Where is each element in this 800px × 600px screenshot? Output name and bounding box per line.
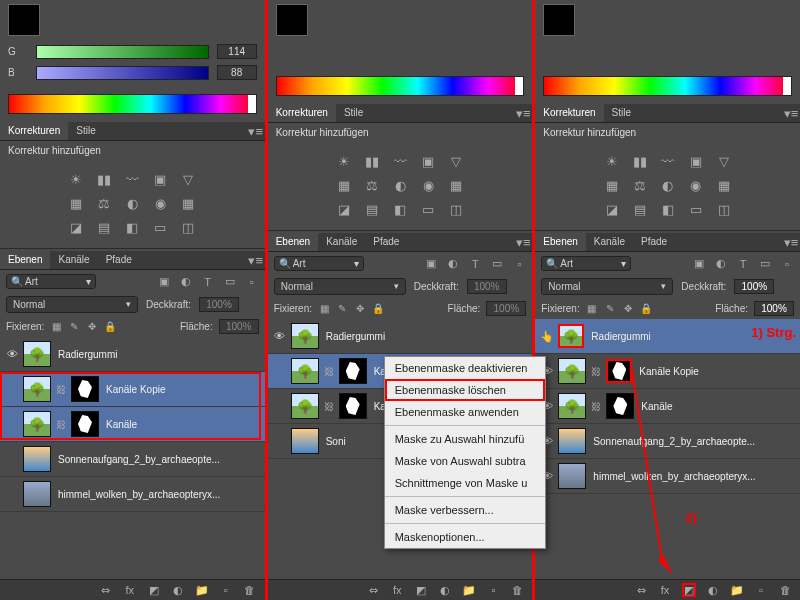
group-icon[interactable]: 📁	[195, 583, 209, 597]
filter-smart-icon[interactable]: ▫	[245, 275, 259, 289]
layer-row-sonnen[interactable]: Sonnenaufgang_2_by_archaeopte...	[0, 442, 265, 477]
lock-pixels-icon[interactable]: ▦	[50, 321, 62, 333]
photo-filter-icon[interactable]: ◉	[151, 194, 169, 212]
filter-shape-icon[interactable]: ▭	[758, 257, 772, 271]
fx-icon[interactable]: fx	[658, 583, 672, 597]
ctx-refine-mask[interactable]: Maske verbessern...	[385, 499, 545, 521]
trash-icon[interactable]: 🗑	[778, 583, 792, 597]
tab-korrekturen[interactable]: Korrekturen	[535, 104, 603, 122]
layers-menu-icon[interactable]: ▾≡	[247, 251, 265, 269]
lock-brush-icon[interactable]: ✎	[68, 321, 80, 333]
channel-mixer-icon[interactable]: ▦	[447, 176, 465, 194]
vibrance-icon[interactable]: ▽	[179, 170, 197, 188]
layer-thumb[interactable]	[23, 481, 51, 507]
link-layers-icon[interactable]: ⇔	[634, 583, 648, 597]
posterize-icon[interactable]: ▤	[363, 200, 381, 218]
tab-stile[interactable]: Stile	[336, 104, 371, 122]
mask-link-icon[interactable]: ⛓	[56, 419, 66, 430]
trash-icon[interactable]: 🗑	[243, 583, 257, 597]
layer-row-radiergummi[interactable]: 👆Radiergummi1) Strg.	[535, 319, 800, 354]
tab-stile[interactable]: Stile	[604, 104, 639, 122]
threshold-icon[interactable]: ◧	[123, 218, 141, 236]
tab-pfade[interactable]: Pfade	[365, 233, 407, 251]
new-layer-icon[interactable]: ▫	[486, 583, 500, 597]
ctx-subtract-selection[interactable]: Maske von Auswahl subtra	[385, 450, 545, 472]
filter-adjust-icon[interactable]: ◐	[179, 275, 193, 289]
selective-color-icon[interactable]: ◫	[447, 200, 465, 218]
balance-icon[interactable]: ⚖	[363, 176, 381, 194]
levels-icon[interactable]: ▮▮	[95, 170, 113, 188]
lock-move-icon[interactable]: ✥	[86, 321, 98, 333]
brightness-icon[interactable]: ☀	[67, 170, 85, 188]
layer-thumb[interactable]	[558, 393, 586, 419]
lock-all-icon[interactable]: 🔒	[372, 303, 384, 315]
gradient-map-icon[interactable]: ▭	[419, 200, 437, 218]
g-value[interactable]: 114	[217, 44, 257, 59]
mask-thumb[interactable]	[71, 411, 99, 437]
layer-thumb[interactable]	[23, 411, 51, 437]
ctx-deactivate-mask[interactable]: Ebenenmaske deaktivieren	[385, 357, 545, 379]
tab-korrekturen[interactable]: Korrekturen	[268, 104, 336, 122]
layers-menu-icon[interactable]: ▾≡	[514, 233, 532, 251]
brightness-icon[interactable]: ☀	[335, 152, 353, 170]
visibility-icon[interactable]: 👁	[4, 348, 20, 360]
layer-thumb[interactable]	[23, 446, 51, 472]
layer-thumb[interactable]	[558, 358, 586, 384]
posterize-icon[interactable]: ▤	[631, 200, 649, 218]
lock-move-icon[interactable]: ✥	[622, 303, 634, 315]
layer-thumb[interactable]	[291, 358, 319, 384]
mask-link-icon[interactable]: ⛓	[591, 401, 601, 412]
adjustment-layer-icon[interactable]: ◐	[438, 583, 452, 597]
tab-korrekturen[interactable]: Korrekturen	[0, 122, 68, 140]
mask-thumb[interactable]	[339, 358, 367, 384]
levels-icon[interactable]: ▮▮	[363, 152, 381, 170]
layer-filter-type[interactable]: 🔍Art▾	[6, 274, 96, 289]
lock-move-icon[interactable]: ✥	[354, 303, 366, 315]
lock-brush-icon[interactable]: ✎	[604, 303, 616, 315]
layer-thumb[interactable]	[23, 341, 51, 367]
layer-row-radiergummi[interactable]: 👁Radiergummi	[268, 319, 533, 354]
gradient-map-icon[interactable]: ▭	[151, 218, 169, 236]
foreground-color-swatch[interactable]	[8, 4, 40, 36]
mask-link-icon[interactable]: ⛓	[324, 366, 334, 377]
new-layer-icon[interactable]: ▫	[219, 583, 233, 597]
visibility-icon[interactable]: 👆	[539, 330, 555, 343]
bw-icon[interactable]: ◐	[659, 176, 677, 194]
panel-menu-icon[interactable]: ▾≡	[782, 104, 800, 122]
photo-filter-icon[interactable]: ◉	[687, 176, 705, 194]
filter-text-icon[interactable]: T	[468, 257, 482, 271]
fill-value[interactable]: 100%	[754, 301, 794, 316]
hue-icon[interactable]: ▦	[67, 194, 85, 212]
color-spectrum[interactable]	[543, 76, 792, 96]
lock-all-icon[interactable]: 🔒	[640, 303, 652, 315]
invert-icon[interactable]: ◪	[603, 200, 621, 218]
ctx-add-to-selection[interactable]: Maske zu Auswahl hinzufü	[385, 428, 545, 450]
tab-pfade[interactable]: Pfade	[98, 251, 140, 269]
fill-value[interactable]: 100%	[219, 319, 259, 334]
selective-color-icon[interactable]: ◫	[179, 218, 197, 236]
filter-image-icon[interactable]: ▣	[157, 275, 171, 289]
mask-link-icon[interactable]: ⛓	[56, 384, 66, 395]
ctx-intersect-selection[interactable]: Schnittmenge von Maske u	[385, 472, 545, 494]
filter-shape-icon[interactable]: ▭	[223, 275, 237, 289]
vibrance-icon[interactable]: ▽	[715, 152, 733, 170]
curves-icon[interactable]: 〰	[123, 170, 141, 188]
ctx-delete-mask[interactable]: Ebenenmaske löschen	[385, 379, 545, 401]
opacity-value[interactable]: 100%	[467, 279, 507, 294]
bw-icon[interactable]: ◐	[123, 194, 141, 212]
panel-menu-icon[interactable]: ▾≡	[514, 104, 532, 122]
group-icon[interactable]: 📁	[730, 583, 744, 597]
color-spectrum[interactable]	[276, 76, 525, 96]
lock-pixels-icon[interactable]: ▦	[586, 303, 598, 315]
mask-button-icon[interactable]: ◩	[682, 583, 696, 597]
mask-link-icon[interactable]: ⛓	[591, 366, 601, 377]
lock-pixels-icon[interactable]: ▦	[318, 303, 330, 315]
balance-icon[interactable]: ⚖	[631, 176, 649, 194]
mask-link-icon[interactable]: ⛓	[324, 401, 334, 412]
tab-stile[interactable]: Stile	[68, 122, 103, 140]
layer-row-himmel[interactable]: himmel_wolken_by_archaeopteryx...	[0, 477, 265, 512]
filter-text-icon[interactable]: T	[201, 275, 215, 289]
tab-kanale[interactable]: Kanäle	[318, 233, 365, 251]
mask-thumb[interactable]	[339, 393, 367, 419]
g-slider[interactable]	[36, 45, 209, 59]
